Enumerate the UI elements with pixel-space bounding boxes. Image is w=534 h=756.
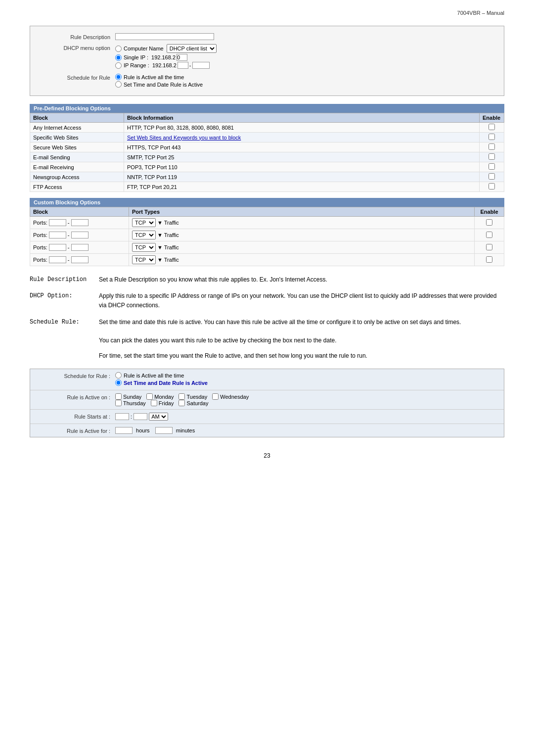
custom-enable-cb-0[interactable] (486, 219, 492, 226)
custom-enable-cb-2[interactable] (486, 244, 492, 250)
starts-hour-input[interactable] (115, 413, 129, 420)
tcp-select-0[interactable]: TCPUDPBoth (132, 218, 156, 227)
dhcp-iprange-radio[interactable] (115, 62, 122, 69)
sched-set-time-radio[interactable] (115, 81, 122, 88)
predefined-row-5: Newsgroup AccessNNTP, TCP Port 119 (30, 172, 504, 182)
block-info-col-header: Block Information (124, 113, 480, 123)
active-minutes-input[interactable] (155, 427, 173, 434)
ip-range-end-input[interactable] (192, 62, 210, 69)
predefined-enable-cb-6[interactable] (489, 183, 495, 189)
custom-enable-cb-3[interactable] (486, 256, 492, 263)
explain-rule-desc: Rule Description Set a Rule Description … (30, 275, 504, 284)
day-monday[interactable]: Monday (146, 393, 174, 400)
day-thursday-cb[interactable] (115, 400, 122, 406)
predefined-table: Block Block Information Enable Any Inter… (30, 113, 504, 192)
ports-label-2: Ports: (33, 244, 49, 250)
traffic-label-2: ▼ Traffic (156, 244, 179, 250)
day-sunday-cb[interactable] (115, 393, 122, 400)
port-to-2[interactable] (71, 244, 89, 251)
predefined-enable-cell-6 (480, 182, 504, 192)
rule-description-input[interactable] (115, 33, 214, 40)
starts-min-input[interactable] (134, 413, 147, 420)
day-tuesday[interactable]: Tuesday (178, 393, 207, 400)
explain-dhcp: DHCP Option: Apply this rule to a specif… (30, 291, 504, 310)
predefined-enable-cb-5[interactable] (489, 173, 495, 180)
dhcp-singleip-radio[interactable] (115, 54, 122, 61)
port-sep-1: - (66, 232, 71, 238)
port-from-3[interactable] (49, 256, 66, 263)
dhcp-iprange-label: IP Range : (124, 62, 152, 68)
day-monday-cb[interactable] (146, 393, 153, 400)
sched-active-all-radio[interactable] (115, 74, 122, 80)
port-to-1[interactable] (71, 232, 89, 238)
predefined-row-3: E-mail SendingSMTP, TCP Port 25 (30, 152, 504, 162)
custom-row-1: Ports: - TCPUDPBoth ▼ Traffic (30, 229, 504, 241)
sched2-active-all-radio[interactable] (115, 372, 122, 378)
port-from-1[interactable] (49, 232, 66, 238)
port-to-0[interactable] (71, 219, 89, 226)
custom-type-cell-2: TCPUDPBoth ▼ Traffic (129, 241, 475, 254)
day-wednesday[interactable]: Wednesday (212, 393, 249, 400)
ip-range-sep: - (189, 62, 191, 68)
sched-for-rule-row: Schedule for Rule : Rule is Active all t… (30, 369, 504, 390)
day-wednesday-label: Wednesday (220, 394, 249, 400)
day-friday[interactable]: Friday (151, 400, 174, 406)
single-ip-input[interactable] (177, 54, 187, 61)
day-wednesday-cb[interactable] (212, 393, 219, 400)
predefined-row-4: E-mail ReceivingPOP3, TCP Port 110 (30, 162, 504, 172)
day-tuesday-cb[interactable] (178, 393, 185, 400)
predefined-enable-cb-0[interactable] (489, 124, 495, 130)
predefined-info-cell-3: SMTP, TCP Port 25 (124, 152, 480, 162)
tcp-select-2[interactable]: TCPUDPBoth (132, 243, 156, 252)
port-from-2[interactable] (49, 244, 66, 251)
sched-active-on-label: Rule is Active on : (36, 393, 115, 400)
schedule-panel: Schedule for Rule : Rule is Active all t… (30, 369, 504, 437)
days-row-2: Thursday Friday Saturday (115, 400, 498, 406)
custom-type-cell-0: TCPUDPBoth ▼ Traffic (129, 217, 475, 229)
traffic-label-0: ▼ Traffic (156, 220, 179, 226)
day-sunday[interactable]: Sunday (115, 393, 141, 400)
predefined-row-1: Specific Web SitesSet Web Sites and Keyw… (30, 133, 504, 142)
predefined-enable-cb-1[interactable] (489, 134, 495, 140)
explain-rule-term: Rule Description (30, 275, 99, 284)
dhcp-computer-radio[interactable] (115, 46, 122, 52)
predefined-row-6: FTP AccessFTP, TCP Port 20,21 (30, 182, 504, 192)
tcp-select-1[interactable]: TCPUDPBoth (132, 231, 156, 239)
schedule-row: Schedule for Rule Rule is Active all the… (30, 72, 504, 91)
sched-active-for-content: hours minutes (115, 427, 498, 434)
port-to-3[interactable] (71, 256, 89, 263)
sched2-set-time-radio[interactable] (115, 379, 122, 386)
custom-enable-header: Enable (475, 207, 504, 217)
sched-set-time-label: Set Time and Date Rule is Active (124, 82, 203, 88)
dhcp-iprange-row: IP Range : 192.168.2 - (115, 62, 498, 69)
dhcp-client-select[interactable]: DHCP client list (167, 44, 217, 53)
dhcp-content: Computer Name DHCP client list Single IP… (115, 44, 498, 70)
port-from-0[interactable] (49, 219, 66, 226)
day-saturday[interactable]: Saturday (178, 400, 208, 406)
custom-enable-cb-1[interactable] (486, 232, 492, 238)
ampm-select[interactable]: AM PM (149, 413, 168, 421)
active-hours-input[interactable] (115, 427, 133, 434)
predefined-info-link-1[interactable]: Set Web Sites and Keywords you want to b… (127, 135, 241, 141)
custom-porttype-header: Port Types (129, 207, 475, 217)
day-friday-cb[interactable] (151, 400, 157, 406)
tcp-select-3[interactable]: TCPUDPBoth (132, 255, 156, 264)
schedule-content: Rule is Active all the time Set Time and… (115, 74, 498, 89)
explain-dates-text: You can pick the dates you want this rul… (99, 336, 504, 345)
sched-active-on-row: Rule is Active on : Sunday Monday Tuesda… (30, 390, 504, 410)
day-thursday[interactable]: Thursday (115, 400, 146, 406)
sched-active-all-label: Rule is Active all the time (124, 74, 184, 80)
manual-title: 7004VBR – Manual (457, 10, 504, 16)
predefined-enable-cb-4[interactable] (489, 163, 495, 170)
ip-range-start-input[interactable] (178, 62, 188, 69)
predefined-enable-cb-3[interactable] (489, 153, 495, 160)
enable-col-header: Enable (480, 113, 504, 123)
predefined-enable-cell-5 (480, 172, 504, 182)
predefined-enable-cb-2[interactable] (489, 143, 495, 150)
custom-enable-cell-3 (475, 254, 504, 266)
explain-rule-text: Set a Rule Description so you know what … (99, 275, 504, 284)
custom-block-cell-1: Ports: - (30, 229, 129, 241)
day-saturday-cb[interactable] (178, 400, 185, 406)
sched-active-all-row: Rule is Active all the time (115, 74, 498, 80)
day-sunday-label: Sunday (123, 394, 141, 400)
